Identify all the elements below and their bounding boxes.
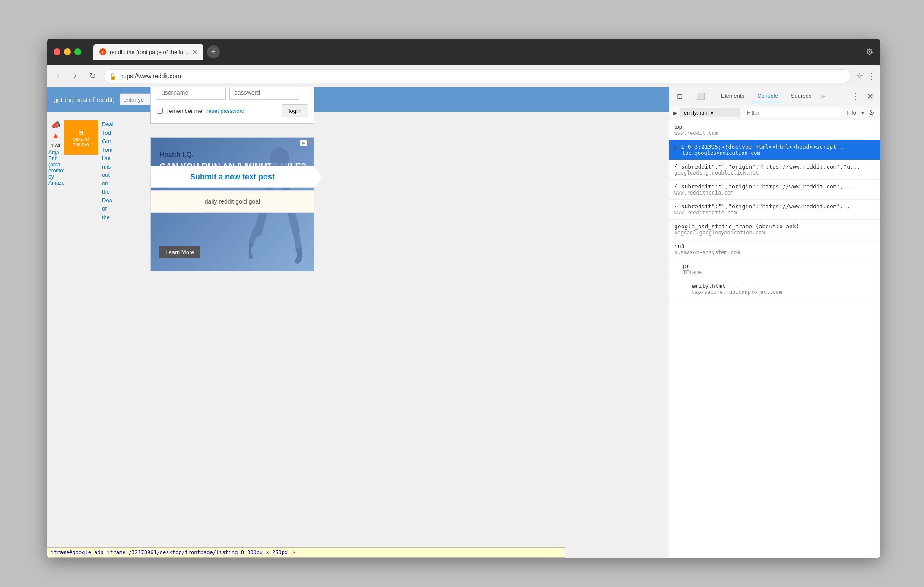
tab-title: reddit: the front page of the in… [110,49,189,55]
ad-badge-text: ▶ [300,140,307,146]
tab-favicon: r [99,48,106,55]
lock-icon: 🔒 [109,73,117,80]
console-item-top-main: top [674,124,875,130]
osd-item-main: google_osd_static_frame (about:blank) [674,223,875,230]
devtools-toolbar: ⊡ ⬜ Elements Console Sources » ⋮ ✕ [669,87,880,105]
address-bar: ‹ › ↻ 🔒 https://www.reddit.com ☆ ⋮ [47,65,880,87]
doubleclick-item-sub: googleads.g.doubleclick.net [674,170,875,176]
bookmark-icon[interactable]: ☆ [856,71,863,81]
console-toolbar: ▶ emily.html ▾ Info ▾ ⚙ [669,105,880,120]
ad-close-button[interactable]: ✕ [308,140,312,146]
tab-console[interactable]: Console [752,90,783,102]
inspect-element-button[interactable]: ⊡ [673,90,686,102]
context-selector[interactable]: emily.html ▾ [680,108,740,117]
devtools-panel: ⊡ ⬜ Elements Console Sources » ⋮ ✕ ▶ emi… [669,87,880,558]
log-level-arrow[interactable]: ▾ [861,110,864,116]
console-item-iu3[interactable]: iu3 s.amazon-adsystem.com [669,239,880,259]
back-button[interactable]: ‹ [52,70,64,82]
gold-goal-box: daily reddit gold goal [150,190,314,213]
iu3-item-main: iu3 [674,243,875,249]
toolbar-separator-2 [711,92,711,101]
doubleclick-item-main: {"subreddit":"","origin":"https://www.re… [674,163,875,170]
console-item-top-sub: www.reddit.com [674,130,875,136]
devtools-close-button[interactable]: ✕ [864,90,876,102]
osd-item-sub: pagead2.googlesyndication.com [674,230,875,236]
password-input[interactable] [229,87,298,100]
login-form: remember me reset password login [150,87,314,124]
login-button[interactable]: login [282,104,308,117]
remember-checkbox[interactable] [157,108,163,114]
megaphone-icon: 📣 [51,120,60,130]
toolbar-separator [690,92,690,101]
reddit-page: get the best of reddit, SUBSCRIBE rememb… [47,87,669,558]
url-text: https://www.reddit.com [120,73,181,80]
window-controls [54,48,81,55]
console-item-osd[interactable]: google_osd_static_frame (about:blank) pa… [669,220,880,239]
amazon-promo: Ama Prin (ama promot by Amazo [47,148,146,188]
console-filter-input[interactable] [743,108,841,118]
console-expand: ▶ 1-0-8;21395;<!doctype html><html><head… [674,144,875,150]
iframe-close-button[interactable]: × [292,549,295,555]
reddit-content: 📣 ▲ 174 ▼ a DEAL OF THE DAY Deal [47,112,669,226]
maximize-button[interactable] [74,48,81,55]
tab-close-button[interactable]: ✕ [192,48,197,55]
iu3-item-sub: s.amazon-adsystem.com [674,249,875,255]
new-tab-button[interactable]: + [207,45,220,58]
device-mode-button[interactable]: ⬜ [695,90,707,102]
redditmedia-item-main: {"subreddit":"","origin":"https://www.re… [674,183,875,190]
tab-sources[interactable]: Sources [786,90,817,102]
title-bar: r reddit: the front page of the in… ✕ + … [47,39,880,65]
context-label: emily.html [684,109,709,116]
more-tabs-button[interactable]: » [819,93,827,100]
console-item-redditmedia[interactable]: {"subreddit":"","origin":"https://www.re… [669,180,880,200]
remember-label: remember me [167,108,202,114]
log-level-label: Info [844,109,859,116]
context-dropdown-arrow: ▾ [711,109,714,116]
close-button[interactable] [54,48,60,55]
forward-button[interactable]: › [69,70,81,82]
reddit-header: get the best of reddit, SUBSCRIBE [47,87,669,112]
submit-post-button[interactable]: Submit a new text post [150,166,314,188]
menu-icon[interactable]: ⋮ [867,71,875,81]
iframe-label: iframe#google_ads_iframe_/32173961/deskt… [47,547,565,558]
iframe-tag: iframe [51,549,69,555]
pr-item-main: pr [683,263,875,269]
console-content: top www.reddit.com ▶ 1-0-8;21395;<!docty… [669,120,880,558]
console-item-pr[interactable]: pr IFrame [669,259,880,279]
redditmedia-item-sub: www.redditmedia.com [674,190,875,196]
devtools-menu-button[interactable]: ⋮ [849,90,861,102]
upvote-button[interactable]: ▲ [52,131,60,140]
devtools-icon: ⚙ [866,47,873,57]
console-item-redditstatic[interactable]: {"subreddit":"","origin":"https://www.re… [669,200,880,220]
content-area: get the best of reddit, SUBSCRIBE rememb… [47,87,880,558]
address-bar-actions: ☆ ⋮ [856,71,875,81]
url-bar[interactable]: 🔒 https://www.reddit.com [104,69,851,83]
console-settings-button[interactable]: ⚙ [867,108,877,118]
console-item-emily[interactable]: emily.html tap-secure.rubiconproject.com [669,279,880,299]
redditstatic-item-sub: www.redditstatic.com [674,210,875,216]
console-item-doubleclick[interactable]: {"subreddit":"","origin":"https://www.re… [669,160,880,180]
emily-item-sub: tap-secure.rubiconproject.com [692,289,875,295]
pr-item-sub: IFrame [683,269,875,275]
login-bottom: remember me reset password login [157,104,308,117]
browser-tab[interactable]: r reddit: the front page of the in… ✕ [93,44,203,60]
console-item-top[interactable]: top www.reddit.com [669,120,880,140]
selected-item-sub: tpc.googlesyndication.com [674,150,875,156]
console-item-selected[interactable]: ▶ 1-0-8;21395;<!doctype html><html><head… [669,140,880,160]
console-expand-arrow[interactable]: ▶ [673,109,677,116]
header-text: get the best of reddit, [54,96,114,103]
browser-window: r reddit: the front page of the in… ✕ + … [47,39,880,558]
login-inputs [157,87,308,100]
selected-item-main: 1-0-8;21395;<!doctype html><html><head><… [681,144,847,150]
ad-cta-button[interactable]: Learn More [159,246,200,258]
iframe-size: 300px × 250px [247,549,288,555]
tab-bar: r reddit: the front page of the in… ✕ + [93,44,220,60]
minimize-button[interactable] [64,48,71,55]
expand-arrow-icon: ▶ [674,144,678,150]
devtools-toolbar-right: ⋮ ✕ [849,90,876,102]
reset-password-link[interactable]: reset password [206,108,244,114]
reload-button[interactable]: ↻ [86,70,98,82]
username-input[interactable] [157,87,226,100]
ad-badge: ▶ ✕ [300,140,312,146]
tab-elements[interactable]: Elements [716,90,749,102]
